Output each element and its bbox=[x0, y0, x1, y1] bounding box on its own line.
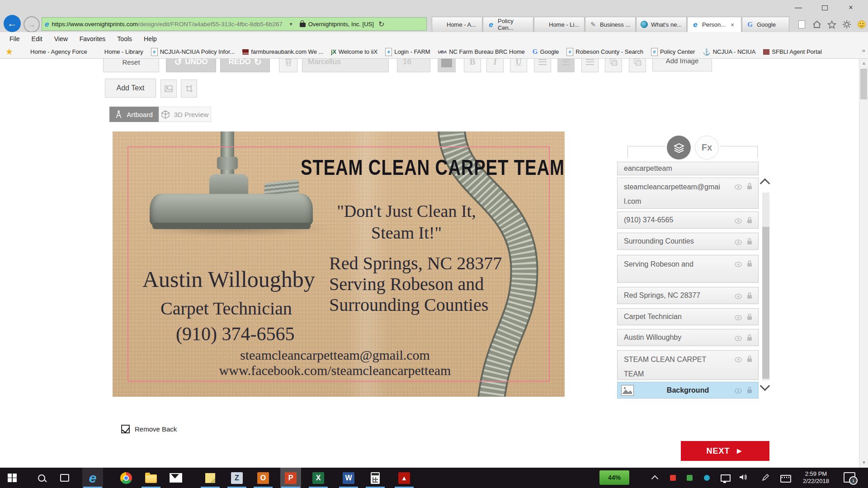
favorite-home-library[interactable]: Home - Library bbox=[95, 48, 143, 56]
layers-scrollbar-thumb[interactable] bbox=[762, 227, 769, 379]
battery-meter[interactable]: 44% bbox=[599, 470, 629, 485]
layers-scroll-down-icon[interactable] bbox=[760, 381, 770, 391]
browser-scrollbar[interactable]: ▲ ▼ bbox=[859, 59, 868, 468]
crop-tool-button[interactable] bbox=[181, 80, 197, 98]
home-button[interactable] bbox=[811, 19, 823, 30]
site-identity[interactable]: Overnightprints, Inc. [US] bbox=[308, 21, 374, 28]
card-phone-text[interactable]: (910) 374-6565 bbox=[176, 323, 294, 345]
favorite-home-agency-force[interactable]: Home - Agency Force bbox=[21, 48, 87, 56]
font-size-select[interactable]: 16 bbox=[397, 59, 430, 72]
taskbar-powerpoint[interactable]: P bbox=[280, 468, 301, 488]
tab-policy-center[interactable]: e Policy Cen... bbox=[483, 17, 533, 32]
add-image-button[interactable]: Add Image bbox=[652, 59, 712, 71]
scrollbar-thumb[interactable] bbox=[860, 69, 867, 99]
layer-item[interactable]: Surrounding Counties bbox=[617, 233, 759, 250]
taskbar-file-explorer[interactable] bbox=[141, 468, 161, 488]
add-text-button[interactable]: Add Text bbox=[105, 79, 156, 98]
effects-tab-button[interactable]: Fx bbox=[695, 136, 719, 160]
feedback-button[interactable] bbox=[856, 19, 868, 30]
address-dropdown-icon[interactable]: ▼ bbox=[289, 22, 293, 27]
window-close-button[interactable]: × bbox=[840, 1, 862, 14]
taskbar-zix[interactable]: Z bbox=[226, 468, 247, 488]
favorites-button[interactable] bbox=[826, 19, 838, 30]
visibility-eye-icon[interactable] bbox=[735, 261, 742, 268]
lock-icon[interactable] bbox=[746, 216, 753, 224]
lock-icon[interactable] bbox=[746, 334, 753, 341]
scroll-down-icon[interactable]: ▼ bbox=[862, 460, 866, 465]
visibility-eye-icon[interactable] bbox=[735, 356, 742, 363]
align-right-button[interactable] bbox=[581, 59, 599, 72]
menu-view[interactable]: View bbox=[48, 35, 74, 42]
start-button[interactable] bbox=[2, 468, 23, 488]
visibility-eye-icon[interactable] bbox=[735, 217, 742, 225]
card-facebook-text[interactable]: www.facebook.com/steamcleancarpetteam bbox=[185, 363, 485, 378]
window-minimize-button[interactable]: — bbox=[788, 1, 809, 14]
card-name-text[interactable]: Austin Willoughby bbox=[142, 266, 315, 292]
menu-file[interactable]: File bbox=[4, 35, 26, 42]
tab-business[interactable]: ✎ Business ... bbox=[585, 17, 636, 32]
taskbar-word[interactable]: W bbox=[338, 468, 359, 488]
tray-green-app-icon[interactable] bbox=[687, 475, 693, 481]
forward-button[interactable]: → bbox=[24, 16, 40, 33]
taskbar-excel[interactable]: X bbox=[308, 468, 329, 488]
layers-tab-button[interactable] bbox=[667, 136, 691, 160]
send-backward-button[interactable] bbox=[629, 59, 646, 72]
tray-volume-icon[interactable] bbox=[739, 473, 748, 481]
taskbar-calculator[interactable] bbox=[365, 468, 386, 488]
align-left-button[interactable] bbox=[534, 59, 551, 72]
tray-teal-app-icon[interactable] bbox=[704, 475, 710, 481]
card-tagline-text[interactable]: "Don't Just Clean It, Steam It!" bbox=[302, 200, 510, 244]
layer-item[interactable]: (910) 374-6565 bbox=[617, 211, 759, 229]
lock-icon[interactable] bbox=[746, 183, 753, 190]
favorite-google[interactable]: GGoogle bbox=[533, 48, 559, 56]
tab-google[interactable]: G Google bbox=[742, 17, 789, 32]
taskbar-internet-explorer[interactable]: e bbox=[82, 468, 103, 488]
italic-button[interactable]: I bbox=[486, 59, 504, 72]
layer-item-background-selected[interactable]: Background bbox=[617, 382, 759, 399]
layer-item[interactable]: Serving Robeson and bbox=[617, 255, 759, 283]
tray-show-hidden-icons[interactable] bbox=[652, 474, 657, 481]
tray-keyboard-icon[interactable] bbox=[780, 475, 791, 483]
new-tab-button[interactable] bbox=[796, 19, 807, 30]
font-family-select[interactable]: Marcellus bbox=[302, 59, 389, 72]
tab-home-li[interactable]: Home - Li... bbox=[534, 17, 585, 32]
scroll-up-icon[interactable]: ▲ bbox=[862, 61, 866, 66]
tray-red-app-icon[interactable] bbox=[670, 475, 676, 481]
menu-favorites[interactable]: Favorites bbox=[74, 35, 112, 42]
favorite-policy-center[interactable]: ePolicy Center bbox=[651, 48, 695, 56]
card-city-text[interactable]: Red Springs, NC 28377 bbox=[329, 253, 502, 274]
taskbar-search-button[interactable] bbox=[31, 468, 52, 488]
favorite-login-farm[interactable]: eLogin - FARM bbox=[385, 48, 430, 56]
taskbar-chrome[interactable] bbox=[116, 468, 137, 488]
action-center-button[interactable]: 1 bbox=[844, 472, 855, 483]
lock-icon[interactable] bbox=[746, 386, 753, 394]
visibility-eye-icon[interactable] bbox=[735, 314, 742, 321]
layer-item[interactable]: Red Springs, NC 28377 bbox=[617, 287, 759, 304]
text-color-button[interactable] bbox=[438, 59, 456, 72]
layers-scroll-up-icon[interactable] bbox=[760, 178, 770, 189]
card-role-text[interactable]: Carpet Technician bbox=[160, 298, 292, 319]
reset-button[interactable]: Reset bbox=[103, 59, 159, 72]
card-serving-line1[interactable]: Serving Robeson and bbox=[329, 273, 484, 295]
refresh-icon[interactable]: ↻ bbox=[378, 20, 384, 28]
next-button[interactable]: NEXT ► bbox=[681, 441, 769, 461]
visibility-eye-icon[interactable] bbox=[735, 239, 742, 246]
tab-close-icon[interactable]: × bbox=[731, 21, 734, 28]
card-serving-line2[interactable]: Surrounding Counties bbox=[329, 294, 488, 315]
favorite-robeson-county[interactable]: eRobeson County - Search bbox=[566, 48, 643, 56]
favorites-overflow-chevron[interactable]: » bbox=[862, 47, 865, 54]
visibility-eye-icon[interactable] bbox=[735, 293, 742, 300]
favorite-welcome-iix[interactable]: jXWelcome to iiX bbox=[331, 48, 377, 55]
favorite-nc-farm-bureau[interactable]: UBANC Farm Bureau BRC Home bbox=[438, 48, 525, 55]
visibility-eye-icon[interactable] bbox=[735, 335, 742, 342]
layer-item[interactable]: Austin Willoughby bbox=[617, 329, 759, 346]
favorite-ncjua-nciua[interactable]: ⚓NCJUA - NCIUA bbox=[703, 48, 755, 56]
favorites-star-icon[interactable]: ★ bbox=[5, 47, 13, 56]
taskbar-sticky-notes[interactable] bbox=[200, 468, 221, 488]
favorite-sfbli[interactable]: SFBLI Agent Portal bbox=[763, 48, 822, 55]
bold-button[interactable]: B bbox=[464, 59, 481, 72]
tray-display-icon[interactable] bbox=[721, 474, 731, 482]
menu-help[interactable]: Help bbox=[138, 35, 163, 42]
back-button[interactable]: ← bbox=[4, 15, 21, 32]
bring-forward-button[interactable] bbox=[605, 59, 622, 72]
